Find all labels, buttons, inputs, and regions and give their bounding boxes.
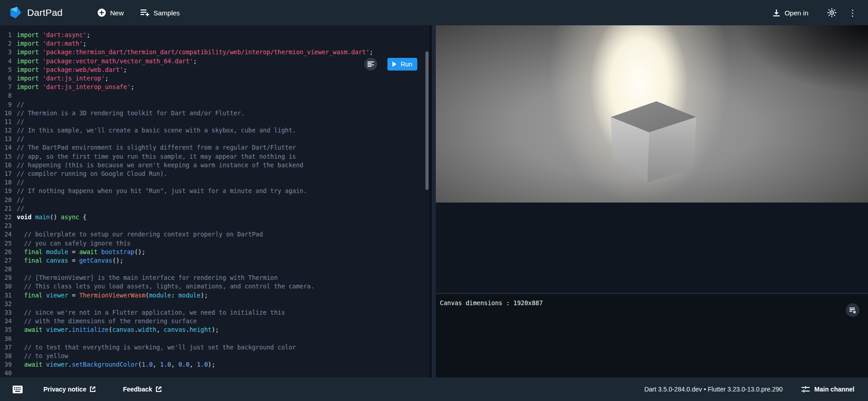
code-line[interactable]: 8	[0, 91, 429, 100]
line-number: 6	[0, 74, 12, 83]
code-line[interactable]: 9//	[0, 100, 429, 109]
code-line[interactable]: 1import 'dart:async';	[0, 31, 429, 39]
code-line[interactable]: 21//	[0, 204, 429, 213]
panel-splitter[interactable]	[429, 25, 436, 377]
code-line[interactable]: 37 // to test that everything is working…	[0, 343, 429, 352]
line-number: 3	[0, 48, 12, 57]
code-line[interactable]: 26 final module = await bootstrap();	[0, 248, 429, 256]
line-number: 16	[0, 161, 12, 170]
line-number: 34	[0, 317, 12, 326]
code-editor-panel[interactable]: 1import 'dart:async';2import 'dart:math'…	[0, 25, 429, 377]
code-line[interactable]: 11//	[0, 118, 429, 126]
samples-button[interactable]: Samples	[138, 5, 182, 21]
code-line[interactable]: 40	[0, 369, 429, 377]
code-line[interactable]: 13//	[0, 135, 429, 143]
code-line[interactable]: 3import 'package:thermion_dart/thermion_…	[0, 48, 429, 57]
clear-console-icon	[849, 307, 856, 313]
code-line[interactable]: 14// The DartPad environment is slightly…	[0, 143, 429, 152]
keyboard-shortcuts-button[interactable]	[13, 386, 23, 393]
code-line[interactable]: 15// app, so the first time you run this…	[0, 152, 429, 161]
version-info: Dart 3.5.0-284.0.dev • Flutter 3.23.0-13…	[644, 386, 783, 393]
channel-selector[interactable]: Main channel	[802, 386, 854, 393]
code-line[interactable]: 35 await viewer.initialize(canvas.width,…	[0, 326, 429, 334]
code-line[interactable]: 16// happening (this is because we aren'…	[0, 161, 429, 170]
samples-button-label: Samples	[153, 9, 179, 17]
line-number: 33	[0, 308, 12, 317]
plus-icon	[98, 9, 106, 17]
code-line[interactable]: 10// Thermion is a 3D rendering toolkit …	[0, 109, 429, 118]
line-number: 13	[0, 135, 12, 143]
line-number: 22	[0, 213, 12, 222]
line-number: 39	[0, 360, 12, 369]
privacy-notice-link[interactable]: Privacy notice	[43, 386, 96, 393]
code-line[interactable]: 19// If nothing happens when you hit "Ru…	[0, 187, 429, 195]
playlist-add-icon	[141, 9, 149, 16]
code-line[interactable]: 38 // to yellow	[0, 352, 429, 360]
code-line[interactable]: 12// In this sample, we'll create a basi…	[0, 126, 429, 135]
privacy-notice-label: Privacy notice	[43, 386, 86, 393]
line-number: 26	[0, 248, 12, 256]
line-number: 1	[0, 31, 12, 39]
code-line[interactable]: 17// compiler running on Google Cloud Ru…	[0, 170, 429, 178]
footer-right: Dart 3.5.0-284.0.dev • Flutter 3.23.0-13…	[644, 386, 868, 393]
editor-scrollbar-thumb[interactable]	[425, 52, 429, 190]
code-line[interactable]: 34 // with the dimensions of the renderi…	[0, 317, 429, 326]
line-number: 9	[0, 100, 12, 109]
open-in-button[interactable]: Open in	[770, 5, 811, 21]
line-number: 31	[0, 291, 12, 300]
line-number: 2	[0, 39, 12, 48]
line-number: 25	[0, 239, 12, 248]
open-in-label: Open in	[784, 9, 808, 17]
code-line[interactable]: 28	[0, 265, 429, 274]
code-line[interactable]: 39 await viewer.setBackgroundColor(1.0, …	[0, 360, 429, 369]
code-line[interactable]: 27 final canvas = getCanvas();	[0, 256, 429, 265]
line-number: 27	[0, 256, 12, 265]
output-panel: Canvas dimensions : 868x401	[436, 25, 868, 377]
render-viewport-canvas[interactable]	[436, 25, 868, 203]
code-line[interactable]: 24 // boilerplate to setup our rendering…	[0, 230, 429, 239]
dartpad-app: DartPad New Samples Open in	[0, 0, 868, 401]
line-number: 35	[0, 326, 12, 334]
format-button[interactable]	[364, 58, 377, 71]
code-line[interactable]: 7import 'dart:js_interop_unsafe';	[0, 83, 429, 91]
main-content: 1import 'dart:async';2import 'dart:math'…	[0, 25, 868, 377]
code-line[interactable]: 31 final viewer = ThermionViewerWasm(mod…	[0, 291, 429, 300]
code-lines[interactable]: 1import 'dart:async';2import 'dart:math'…	[0, 25, 429, 377]
line-number: 36	[0, 335, 12, 343]
line-number: 29	[0, 274, 12, 282]
theme-brightness-button[interactable]	[823, 4, 841, 22]
code-line[interactable]: 20//	[0, 196, 429, 204]
line-number: 28	[0, 265, 12, 274]
code-line[interactable]: 25 // you can safely ignore this	[0, 239, 429, 248]
output-panel-filler	[436, 203, 868, 293]
clear-console-button[interactable]	[846, 303, 859, 317]
external-link-icon	[156, 386, 162, 392]
app-title: DartPad	[27, 7, 62, 18]
header-right: Open in ⋮	[770, 4, 868, 22]
line-number: 40	[0, 369, 12, 377]
line-number: 5	[0, 66, 12, 74]
code-line[interactable]: 32	[0, 300, 429, 308]
code-line[interactable]: 36	[0, 335, 429, 343]
line-number: 12	[0, 126, 12, 135]
console-panel: Canvas dimensions : 868x401	[436, 293, 868, 377]
code-line[interactable]: 6import 'dart:js_interop';	[0, 74, 429, 83]
code-line[interactable]: 33 // since we're not in a Flutter appli…	[0, 308, 429, 317]
feedback-link[interactable]: Feedback	[123, 386, 162, 393]
code-line[interactable]: 18//	[0, 178, 429, 187]
new-button[interactable]: New	[95, 5, 126, 21]
code-line[interactable]: 22void main() async {	[0, 213, 429, 222]
brightness-icon	[827, 8, 836, 17]
line-number: 10	[0, 109, 12, 118]
run-button-label: Run	[401, 61, 412, 68]
overflow-menu-button[interactable]: ⋮	[844, 4, 862, 22]
line-number: 38	[0, 352, 12, 360]
code-line[interactable]: 30 // This class lets you load assets, l…	[0, 282, 429, 291]
code-line[interactable]: 29 // [ThermionViewer] is the main inter…	[0, 274, 429, 282]
code-line[interactable]: 2import 'dart:math';	[0, 39, 429, 48]
line-number: 17	[0, 170, 12, 178]
line-number: 23	[0, 222, 12, 230]
run-button[interactable]: Run	[387, 58, 417, 71]
code-line[interactable]: 23	[0, 222, 429, 230]
line-number: 21	[0, 204, 12, 213]
